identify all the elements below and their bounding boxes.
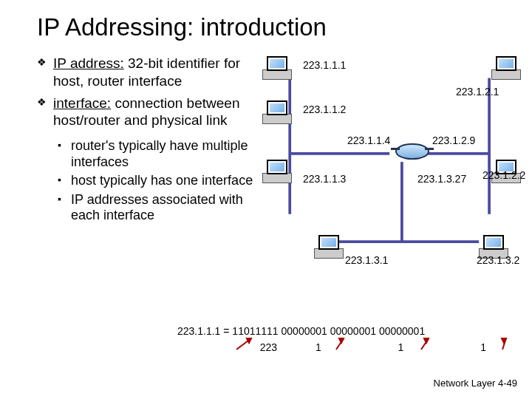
label-223-1-1-3: 223.1.1.3 — [303, 173, 346, 185]
host-left-1 — [262, 56, 293, 83]
text-column: IP address: 32-bit identifier for host, … — [37, 55, 255, 291]
bullet-interface: interface: connection between host/route… — [37, 95, 255, 130]
octet-3: 1 — [360, 341, 443, 353]
footer-section: Network Layer — [434, 378, 496, 389]
label-223-1-1-4: 223.1.1.4 — [347, 134, 390, 146]
label-223-1-3-27: 223.1.3.27 — [417, 173, 466, 185]
term-ip-address: IP address: — [53, 55, 124, 71]
host-bottom-left — [314, 235, 345, 262]
router-icon — [395, 143, 429, 160]
label-223-1-2-1: 223.1.2.1 — [456, 86, 499, 98]
label-223-1-1-2: 223.1.1.2 — [303, 103, 346, 115]
term-interface: interface: — [53, 95, 111, 111]
slide-footer: Network Layer 4-49 — [434, 378, 517, 389]
decimal-octets: 223 1 1 1 — [177, 341, 525, 353]
label-223-1-1-1: 223.1.1.1 — [303, 59, 346, 71]
host-left-3 — [262, 160, 293, 186]
label-223-1-3-1: 223.1.3.1 — [345, 254, 388, 266]
octet-4: 1 — [442, 341, 525, 353]
network-diagram: 223.1.1.1 223.1.1.2 223.1.1.3 223.1.2.1 … — [262, 55, 510, 291]
host-left-2 — [262, 100, 293, 127]
footer-page: 4-49 — [498, 378, 517, 389]
label-223-1-2-2: 223.1.2.2 — [482, 169, 525, 181]
bullet-ip-address: IP address: 32-bit identifier for host, … — [37, 55, 255, 90]
subbullet-3: IP addresses associated with each interf… — [58, 192, 255, 224]
slide-title: IP Addressing: introduction — [37, 13, 510, 41]
binary-breakdown: 223.1.1.1 = 11011111 00000001 00000001 0… — [177, 325, 525, 337]
label-223-1-3-2: 223.1.3.2 — [477, 254, 519, 266]
label-223-1-2-9: 223.1.2.9 — [432, 134, 475, 146]
subbullet-1: router's typically have multiple interfa… — [58, 138, 255, 170]
octet-1: 223 — [177, 341, 277, 353]
host-right-1 — [491, 56, 522, 83]
subbullet-2: host typically has one interface — [58, 173, 255, 189]
octet-2: 1 — [277, 341, 360, 353]
